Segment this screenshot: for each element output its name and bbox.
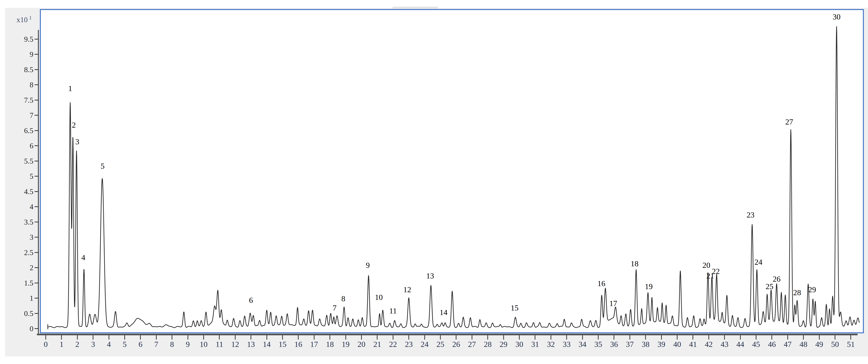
chromatogram-screenshot: x10 1 9.598.587.576.565.554.543.532.521.… — [0, 0, 868, 364]
chromatogram-trace-svg — [0, 0, 868, 364]
chromatogram-trace — [47, 27, 859, 328]
